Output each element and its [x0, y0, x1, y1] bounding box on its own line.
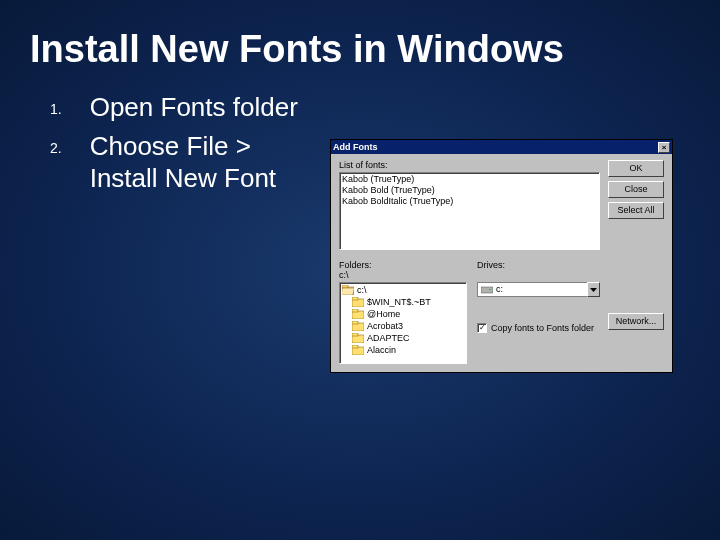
svg-marker-15: [590, 288, 597, 292]
folder-item[interactable]: $WIN_NT$.~BT: [342, 296, 464, 308]
folder-label: Alaccin: [367, 344, 396, 356]
folder-icon: [352, 297, 364, 307]
folder-label: @Home: [367, 308, 400, 320]
drives-combobox[interactable]: c:: [477, 282, 600, 297]
close-button[interactable]: Close: [608, 181, 664, 198]
folder-item[interactable]: Acrobat3: [342, 320, 464, 332]
folder-item[interactable]: @Home: [342, 308, 464, 320]
add-fonts-dialog: Add Fonts × List of fonts: Kabob (TrueTy…: [330, 139, 673, 373]
folder-icon: [352, 333, 364, 343]
titlebar[interactable]: Add Fonts ×: [331, 140, 672, 154]
drives-label: Drives:: [477, 260, 505, 281]
bullet-list: 1. Open Fonts folder 2. Choose File > In…: [50, 91, 300, 201]
folder-listbox[interactable]: c:\ $WIN_NT$.~BT @Home Acrobat3: [339, 282, 467, 364]
svg-rect-6: [352, 309, 358, 312]
network-button[interactable]: Network...: [608, 313, 664, 330]
folder-label: Acrobat3: [367, 320, 403, 332]
folder-item[interactable]: ADAPTEC: [342, 332, 464, 344]
svg-rect-12: [352, 345, 358, 348]
folders-path: c:\: [339, 270, 477, 281]
font-listbox[interactable]: Kabob (TrueType) Kabob Bold (TrueType) K…: [339, 172, 600, 250]
folder-icon: [352, 309, 364, 319]
svg-rect-2: [342, 288, 354, 295]
folder-item[interactable]: Alaccin: [342, 344, 464, 356]
svg-rect-1: [342, 285, 348, 288]
folders-label: Folders:: [339, 260, 477, 270]
bullet-2-num: 2.: [50, 140, 62, 158]
svg-rect-13: [481, 287, 493, 293]
svg-rect-8: [352, 321, 358, 324]
font-item[interactable]: Kabob Bold (TrueType): [342, 185, 597, 196]
ok-button[interactable]: OK: [608, 160, 664, 177]
close-icon[interactable]: ×: [658, 142, 670, 153]
copy-fonts-checkbox[interactable]: ✓: [477, 323, 487, 333]
folder-label: ADAPTEC: [367, 332, 410, 344]
bullet-1: 1. Open Fonts folder: [50, 91, 300, 124]
list-of-fonts-label: List of fonts:: [339, 160, 600, 170]
open-folder-icon: [342, 285, 354, 295]
folder-label: c:\: [357, 284, 367, 296]
svg-rect-4: [352, 297, 358, 300]
svg-rect-10: [352, 333, 358, 336]
bullet-1-num: 1.: [50, 101, 62, 119]
font-item[interactable]: Kabob BoldItalic (TrueType): [342, 196, 597, 207]
titlebar-title: Add Fonts: [333, 142, 378, 152]
copy-fonts-label: Copy fonts to Fonts folder: [491, 323, 594, 333]
folder-icon: [352, 345, 364, 355]
bullet-2: 2. Choose File > Install New Font: [50, 130, 300, 195]
bullet-1-text: Open Fonts folder: [90, 91, 300, 124]
bullet-2-text: Choose File > Install New Font: [90, 130, 300, 195]
folder-icon: [352, 321, 364, 331]
drive-selected: c:: [496, 283, 503, 296]
svg-rect-14: [489, 289, 491, 290]
select-all-button[interactable]: Select All: [608, 202, 664, 219]
folder-label: $WIN_NT$.~BT: [367, 296, 431, 308]
chevron-down-icon[interactable]: [587, 282, 600, 297]
slide-title: Install New Fonts in Windows: [30, 28, 720, 71]
folder-item-root[interactable]: c:\: [342, 284, 464, 296]
font-item[interactable]: Kabob (TrueType): [342, 174, 597, 185]
drive-icon: [481, 285, 493, 294]
